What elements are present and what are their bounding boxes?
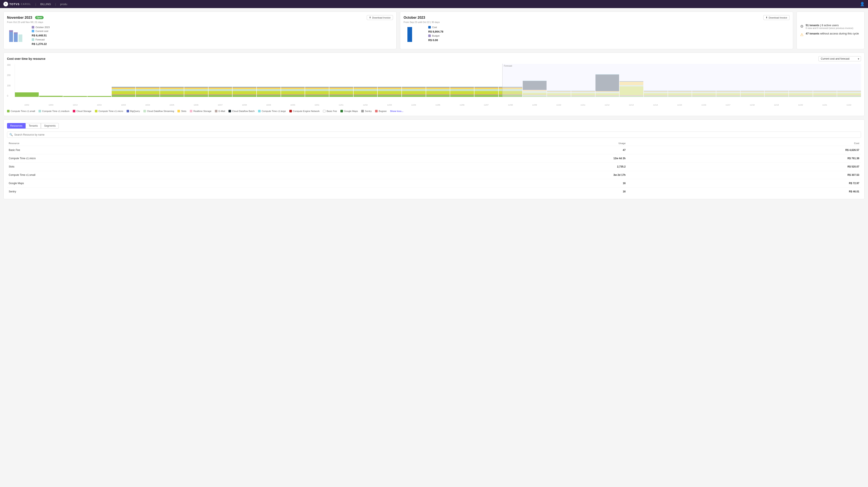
chart-legend-item: Compute Time c1.small xyxy=(7,110,35,112)
chart-dropdown-wrap[interactable]: Current cost and forecast Cost Forecast xyxy=(818,56,861,61)
nav-product: produ xyxy=(60,3,67,6)
show-less-link[interactable]: Show less... xyxy=(390,110,403,112)
user-icon[interactable]: 👤 xyxy=(860,2,865,6)
chart-legend-item: Slots xyxy=(178,110,186,112)
chart-x-label: 11/09 xyxy=(523,104,547,106)
svg-rect-2 xyxy=(9,32,13,42)
legend-forecast-color xyxy=(32,38,34,41)
legend-forecast: Forecast xyxy=(32,38,50,41)
svg-rect-3 xyxy=(14,34,18,42)
chart-x-label: 11/08 xyxy=(498,104,523,106)
chart-x-labels: 10/0210/0310/1310/2210/2310/2410/2510/26… xyxy=(15,104,861,106)
chart-legend-color xyxy=(228,110,231,112)
nov-open-badge: Open xyxy=(35,16,43,19)
tab-resources[interactable]: Resources xyxy=(7,123,26,128)
legend-current-color xyxy=(32,30,34,32)
tab-tenants[interactable]: Tenants xyxy=(26,123,41,128)
tenants-detail: 0 new and 0 removed (since previous invo… xyxy=(806,27,853,29)
tab-segments[interactable]: Segments xyxy=(41,123,59,128)
chart-x-label: 11/03 xyxy=(377,104,402,106)
chart-legend-item: Sentry xyxy=(361,110,372,112)
table-row: Google Maps16R$ 72.97 xyxy=(7,179,861,187)
svg-rect-4 xyxy=(19,34,22,42)
chart-x-label: 11/13 xyxy=(619,104,643,106)
settings-icon: ⚙ xyxy=(800,24,804,29)
usage-cell: 16 xyxy=(417,179,627,187)
chart-bar-group xyxy=(305,64,329,97)
table-body: Basic Fee47R$ 4,626.57Compute Time c1.mi… xyxy=(7,146,861,196)
resource-cell: Google Maps xyxy=(7,179,417,187)
chart-bar-group xyxy=(87,64,111,97)
chart-bar-group xyxy=(160,64,184,97)
october-card: October 2023 ⬇ Download Invoice From Sep… xyxy=(400,11,793,49)
chart-legend-color xyxy=(258,110,260,112)
invoice-cards-row: November 2023 Open ⬇ Download Invoice Fr… xyxy=(3,11,865,49)
chart-legend-item: Compute Time c1.medium xyxy=(38,110,69,112)
chart-bar-group xyxy=(232,64,256,97)
nav-billing: BILLING xyxy=(40,3,51,6)
download-icon-2: ⬇ xyxy=(766,16,768,19)
cost-cell: R$ 520.07 xyxy=(627,163,861,171)
chart-legend-item: Cloud Dataflow Streaming xyxy=(144,110,174,112)
warning-count: 47 tenants xyxy=(806,32,819,35)
tenants-active: | xyxy=(820,24,822,27)
resource-cell: Compute Time c1.micro xyxy=(7,154,417,163)
chart-x-label: 10/26 xyxy=(184,104,208,106)
chart-x-label: 10/28 xyxy=(232,104,256,106)
oct-download-button[interactable]: ⬇ Download Invoice xyxy=(763,15,789,20)
cost-value: R$ 8,904.78 xyxy=(428,30,443,33)
legend-budget: Budget xyxy=(428,34,443,37)
usage-cell: 47 xyxy=(417,146,627,154)
chart-x-label: 11/04 xyxy=(402,104,426,106)
chart-bar-group xyxy=(378,64,401,97)
chart-x-label: 11/19 xyxy=(764,104,788,106)
nov-download-button[interactable]: ⬇ Download Invoice xyxy=(367,15,393,20)
chart-section: Cost over time by resource Current cost … xyxy=(3,53,865,116)
chart-x-label: 10/27 xyxy=(208,104,232,106)
chart-x-label: 11/22 xyxy=(837,104,861,106)
cost-cell: R$ 72.97 xyxy=(627,179,861,187)
info-card: ⚙ 51 tenants | 8 active users 0 new and … xyxy=(797,11,865,49)
table-row: Sentry16R$ 46.01 xyxy=(7,187,861,196)
chart-legend-color xyxy=(190,110,192,112)
chart-bar-group xyxy=(184,64,208,97)
chart-bar-group xyxy=(39,64,63,97)
search-input[interactable] xyxy=(14,133,859,136)
resource-table: Resource Usage Cost Basic Fee47R$ 4,626.… xyxy=(7,141,861,195)
svg-rect-6 xyxy=(407,34,412,42)
resource-cell: Basic Fee xyxy=(7,146,417,154)
chart-legend-item: Compute Engine Network xyxy=(289,110,319,112)
chart-x-label: 10/13 xyxy=(63,104,87,106)
forecast-label: Forecast xyxy=(504,65,512,67)
oct-subtitle: From Sep 23 until Oct 22 | 30 days xyxy=(404,21,789,23)
col-resource: Resource xyxy=(7,141,417,146)
chart-dropdown[interactable]: Current cost and forecast Cost Forecast xyxy=(818,56,861,61)
chart-legend-item: Bugsee xyxy=(375,110,386,112)
cost-cell: R$ 761.38 xyxy=(627,154,861,163)
chart-x-label: 10/23 xyxy=(112,104,136,106)
chart-bar-group xyxy=(257,64,281,97)
oct-mini-chart xyxy=(404,26,425,43)
budget-value: R$ 0.00 xyxy=(428,38,443,42)
usage-cell: 16 xyxy=(417,187,627,196)
chart-bar-group xyxy=(136,64,160,97)
col-cost: Cost xyxy=(627,141,861,146)
chart-bar-group xyxy=(281,64,305,97)
chart-bar-group xyxy=(402,64,426,97)
chart-x-label: 11/17 xyxy=(716,104,740,106)
chart-x-label: 11/07 xyxy=(474,104,498,106)
chart-legend-item: Realtime Storage xyxy=(190,110,212,112)
logo-text: TOTVS xyxy=(9,3,20,6)
usage-cell: 2,735.2 xyxy=(417,163,627,171)
chart-legend-item: Google Maps xyxy=(340,110,358,112)
search-row[interactable]: 🔍 xyxy=(7,131,861,138)
chart-x-label: 10/02 xyxy=(15,104,39,106)
chart-x-label: 10/25 xyxy=(160,104,184,106)
legend-budget-color xyxy=(428,34,431,37)
table-row: Compute Time c1.small3w 2d 17hR$ 307.53 xyxy=(7,171,861,179)
oct-card-title: October 2023 xyxy=(404,16,425,20)
chart-legend-color xyxy=(215,110,217,112)
chart-x-label: 10/31 xyxy=(305,104,329,106)
cost-cell: R$ 46.01 xyxy=(627,187,861,196)
chart-bar-group xyxy=(474,64,498,97)
